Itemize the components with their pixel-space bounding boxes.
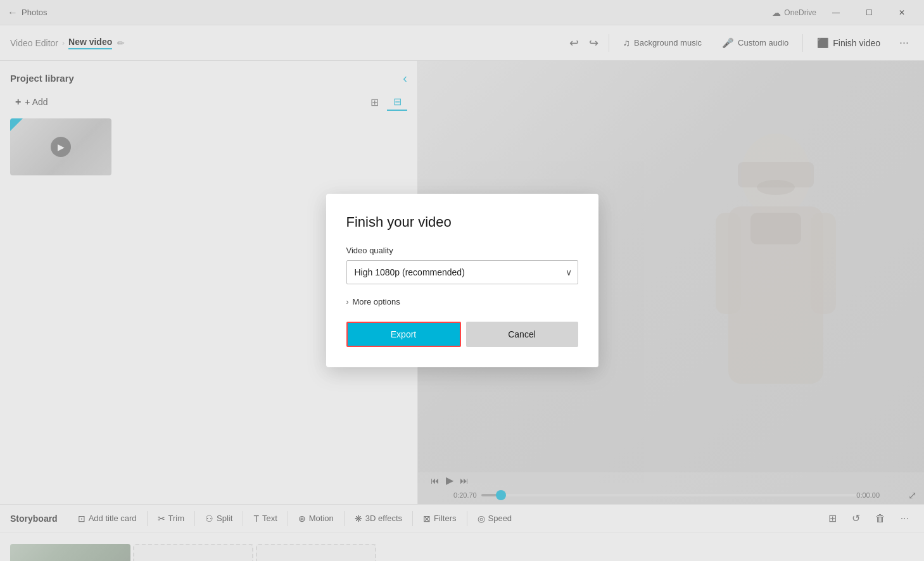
more-options-label: More options bbox=[353, 297, 400, 306]
modal-title: Finish your video bbox=[346, 214, 578, 230]
quality-select[interactable]: High 1080p (recommended) Medium 720p Low… bbox=[346, 260, 578, 284]
cancel-button[interactable]: Cancel bbox=[466, 322, 578, 347]
modal-overlay: Finish your video Video quality High 108… bbox=[0, 0, 924, 561]
export-button[interactable]: Export bbox=[346, 322, 461, 347]
quality-select-wrapper: High 1080p (recommended) Medium 720p Low… bbox=[346, 260, 578, 284]
more-options-toggle[interactable]: › More options bbox=[346, 297, 578, 306]
quality-label: Video quality bbox=[346, 246, 578, 255]
modal-actions: Export Cancel bbox=[346, 322, 578, 347]
finish-video-modal: Finish your video Video quality High 108… bbox=[326, 194, 598, 367]
chevron-right-icon: › bbox=[346, 298, 349, 306]
